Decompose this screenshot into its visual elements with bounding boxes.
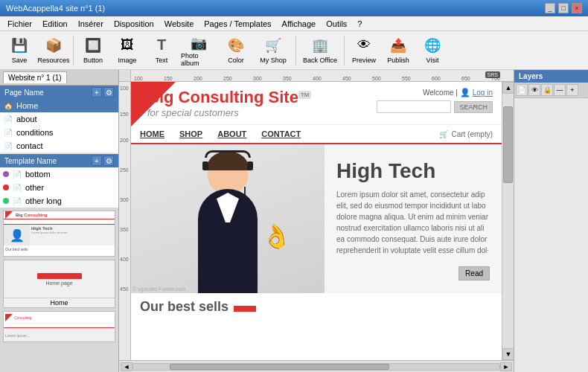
page-item-contact[interactable]: 📄 contact	[0, 139, 118, 153]
template-bottom-label: bottom	[25, 170, 51, 179]
website-tab-active[interactable]: Website n° 1 (1)	[3, 71, 67, 83]
menu-fichier[interactable]: Fichier	[3, 18, 36, 30]
maximize-btn[interactable]: □	[558, 3, 569, 13]
page-add-btn[interactable]: +	[92, 87, 102, 97]
scroll-right-btn[interactable]: ►	[500, 362, 512, 371]
hero-title: High Tech	[336, 159, 490, 183]
template-add-btn[interactable]: +	[92, 155, 102, 166]
scroll-thumb[interactable]	[503, 106, 513, 183]
page-item-about[interactable]: 📄 about	[0, 112, 118, 126]
button-icon: 🔲	[83, 35, 103, 56]
thumbnail-2[interactable]: Home page Home	[3, 260, 115, 308]
vertical-scrollbar[interactable]: ▲ ▼	[502, 82, 514, 360]
page-item-conditions[interactable]: 📄 conditions	[0, 126, 118, 139]
template-color-other	[3, 185, 9, 190]
button-tool[interactable]: 🔲 Button	[77, 33, 109, 68]
visit-button[interactable]: 🌐 Visit	[416, 33, 449, 68]
page-item-home[interactable]: 🏠 Home	[0, 99, 118, 112]
back-office-button[interactable]: 🏢 Back Office	[299, 33, 341, 68]
site-header: Big Consulting SiteTM for special custom…	[131, 82, 502, 125]
template-section-label: Template Name	[4, 157, 57, 165]
login-link[interactable]: Log in	[473, 89, 493, 97]
button-label: Button	[83, 57, 103, 64]
nav-contact[interactable]: CONTACT	[261, 129, 301, 138]
nav-shop[interactable]: SHOP	[179, 129, 202, 138]
ruler-horizontal: 100 150 200 250 300 350 400 450 500 550 …	[119, 70, 514, 82]
thumb2-label: Home	[4, 298, 115, 307]
layers-btn-2[interactable]: 👁	[528, 84, 540, 96]
nav-home[interactable]: HOME	[140, 129, 164, 138]
layers-btn-4[interactable]: —	[554, 84, 566, 96]
close-btn[interactable]: ×	[572, 3, 582, 13]
layers-btn-1[interactable]: 📄	[516, 84, 528, 96]
publish-button[interactable]: 📤 Publish	[382, 33, 415, 68]
my-shop-icon: 🛒	[263, 35, 284, 56]
template-item-bottom[interactable]: 📄 bottom	[0, 167, 118, 181]
window-controls: _ □ ×	[545, 3, 582, 13]
menu-website[interactable]: Website	[160, 18, 199, 30]
site-hero: 👌 © vgstudio Fotolia.com High Tech Lorem…	[131, 144, 502, 293]
page-home-label: Home	[16, 101, 38, 110]
menu-inserer[interactable]: Insérer	[74, 18, 108, 30]
scroll-down-btn[interactable]: ▼	[502, 348, 514, 360]
visit-icon: 🌐	[422, 35, 443, 56]
read-button[interactable]: Read	[458, 266, 490, 280]
menu-help[interactable]: ?	[353, 18, 366, 30]
text-label: Text	[156, 57, 168, 64]
template-item-other[interactable]: 📄 other	[0, 181, 118, 194]
back-office-icon: 🏢	[310, 35, 330, 56]
search-button[interactable]: SEARCH	[454, 101, 493, 113]
preview-button[interactable]: 👁 Preview	[348, 33, 380, 68]
menu-edition[interactable]: Edition	[38, 18, 72, 30]
menu-outils[interactable]: Outils	[322, 18, 351, 30]
text-button[interactable]: T Text	[145, 33, 178, 68]
editor-area: 100 150 200 250 300 350 400 450 500 550 …	[119, 70, 514, 372]
template-other-long-icon: 📄	[12, 196, 22, 206]
my-shop-button[interactable]: 🛒 My Shop	[254, 33, 293, 68]
menu-bar: Fichier Edition Insérer Disposition Webs…	[0, 16, 588, 31]
hscroll-track[interactable]	[132, 363, 500, 371]
hscroll-thumb[interactable]	[170, 364, 389, 370]
photo-album-button[interactable]: 📷 Photo album	[179, 33, 218, 68]
page-list: 🏠 Home 📄 about 📄 conditions 📄 contact	[0, 99, 118, 153]
minimize-btn[interactable]: _	[545, 3, 555, 13]
color-icon: 🎨	[226, 35, 246, 56]
nav-cart[interactable]: 🛒 Cart (empty)	[439, 130, 493, 138]
color-button[interactable]: 🎨 Color	[220, 33, 252, 68]
template-settings-btn[interactable]: ⚙	[103, 155, 114, 166]
website-tab[interactable]: Website n° 1 (1)	[0, 70, 118, 86]
nav-about[interactable]: ABOUT	[217, 129, 246, 138]
page-contact-label: contact	[16, 141, 42, 150]
page-about-icon: 📄	[3, 114, 13, 124]
left-panel: Website n° 1 (1) Page Name + ⚙ 🏠 Home 📄 …	[0, 70, 119, 372]
title-bar: WebAcappella4 site n°1 (1) _ □ ×	[0, 0, 588, 16]
menu-affichage[interactable]: Affichage	[278, 18, 321, 30]
resources-icon: 📦	[43, 35, 64, 56]
page-contact-icon: 📄	[3, 141, 13, 151]
thumbnail-3[interactable]: Consulting Lorem ipsum...	[3, 311, 115, 342]
page-settings-btn[interactable]: ⚙	[103, 87, 114, 97]
template-item-other-long[interactable]: 📄 other long	[0, 194, 118, 208]
headset-left	[202, 161, 208, 170]
publish-icon: 📤	[388, 35, 409, 56]
menu-pages[interactable]: Pages / Templates	[199, 18, 275, 30]
thumb1-figure: 👤	[4, 225, 30, 246]
image-label: Image	[118, 57, 136, 64]
thumbnail-1[interactable]: Big Consulting 👤 High Tech Lorem ipsum d…	[3, 211, 115, 257]
layers-btn-5[interactable]: +	[566, 84, 578, 96]
menu-disposition[interactable]: Disposition	[109, 18, 159, 30]
layers-btn-3[interactable]: 🔒	[541, 84, 553, 96]
resources-button[interactable]: 📦 Resources	[37, 33, 70, 68]
scroll-left-btn[interactable]: ◄	[121, 362, 132, 371]
thumb3-preview: Consulting Lorem ipsum...	[4, 312, 115, 341]
template-bottom-icon: 📄	[12, 169, 22, 179]
image-button[interactable]: 🖼 Image	[111, 33, 144, 68]
page-home-icon: 🏠	[3, 100, 13, 111]
window-title: WebAcappella4 site n°1 (1)	[6, 4, 105, 13]
scroll-track[interactable]	[502, 94, 514, 348]
horizontal-scrollbar[interactable]: ◄ ►	[119, 360, 514, 372]
save-button[interactable]: 💾 Save	[3, 33, 36, 68]
search-input[interactable]	[377, 100, 451, 113]
image-icon: 🖼	[117, 35, 138, 56]
scroll-up-btn[interactable]: ▲	[502, 82, 514, 94]
